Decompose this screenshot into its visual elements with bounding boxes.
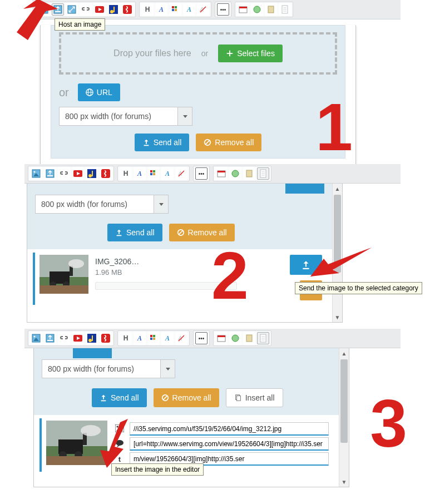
upload-icon xyxy=(115,229,123,236)
header-icon[interactable]: H xyxy=(120,332,132,344)
clear-format-icon[interactable]: A xyxy=(175,332,187,344)
font-size-icon[interactable]: A xyxy=(183,3,195,16)
header-icon[interactable]: H xyxy=(141,3,154,16)
globe-icon[interactable] xyxy=(229,167,241,180)
globe-icon[interactable] xyxy=(229,332,241,344)
color-grid-icon[interactable] xyxy=(147,167,160,180)
dailymotion-icon[interactable] xyxy=(107,3,120,16)
font-size-icon[interactable]: A xyxy=(161,332,174,344)
calendar-icon[interactable] xyxy=(215,167,228,180)
font-size-icon[interactable]: A xyxy=(161,167,174,180)
svg-marker-110 xyxy=(100,419,128,468)
calendar-icon[interactable] xyxy=(237,3,249,16)
host-image-icon[interactable] xyxy=(44,332,56,344)
copy-icon xyxy=(234,394,242,402)
svg-point-70 xyxy=(34,336,36,338)
file-row: IMG_3206… 1.96 MB xyxy=(33,253,327,305)
more-icon[interactable]: ••• xyxy=(195,332,207,344)
file-thumbnail xyxy=(39,255,88,294)
page-icon[interactable] xyxy=(257,167,269,180)
more-icon[interactable]: ••• xyxy=(217,3,229,16)
flash-icon[interactable] xyxy=(100,167,112,180)
more-icon[interactable]: ••• xyxy=(195,167,207,180)
scroll-up-icon[interactable]: ▲ xyxy=(339,348,349,358)
svg-rect-78 xyxy=(150,335,152,337)
link-icon[interactable] xyxy=(80,3,92,16)
insert-all-button[interactable]: Insert all xyxy=(226,388,283,407)
scroll-down-icon[interactable]: ▼ xyxy=(333,312,342,322)
svg-rect-73 xyxy=(47,340,53,341)
font-icon[interactable]: A xyxy=(134,167,146,180)
width-select-3[interactable]: 800 px width (for forums) xyxy=(42,359,175,378)
flash-icon[interactable] xyxy=(100,332,112,344)
svg-marker-92 xyxy=(166,368,170,370)
svg-rect-42 xyxy=(150,173,152,175)
youtube-icon[interactable] xyxy=(93,3,106,16)
bbcode-view-input[interactable] xyxy=(130,437,329,451)
svg-rect-77 xyxy=(101,334,110,343)
drop-zone[interactable]: Drop your files here or Select files xyxy=(59,32,337,75)
svg-rect-13 xyxy=(172,9,174,11)
send-all-button-2[interactable]: Send all xyxy=(107,224,162,241)
editor-toolbar: H A A A ••• xyxy=(32,0,401,19)
direct-link-input[interactable] xyxy=(130,422,329,436)
clear-format-icon[interactable]: A xyxy=(197,3,209,16)
color-grid-icon[interactable] xyxy=(147,332,160,344)
url-button[interactable]: URL xyxy=(78,83,120,101)
clear-format-icon[interactable]: A xyxy=(175,167,187,180)
paste-icon[interactable] xyxy=(243,167,255,180)
resize-image-icon[interactable] xyxy=(66,3,78,16)
tooltip-host-image: Host an image xyxy=(55,18,105,31)
scroll-down-icon[interactable]: ▼ xyxy=(339,477,349,487)
svg-rect-81 xyxy=(153,338,155,340)
remove-all-button-3[interactable]: Remove all xyxy=(154,388,219,407)
width-select[interactable]: 800 px width (for forums) xyxy=(59,107,192,126)
font-icon[interactable]: A xyxy=(155,3,167,16)
upload-icon xyxy=(100,394,107,402)
ban-icon xyxy=(161,394,169,402)
image-icon[interactable] xyxy=(30,167,42,180)
select-files-button[interactable]: Select files xyxy=(218,45,283,62)
width-select-value: 800 px width (for forums) xyxy=(60,112,177,121)
plus-icon xyxy=(226,50,234,57)
svg-line-30 xyxy=(206,141,210,145)
ban-icon xyxy=(177,229,185,236)
dailymotion-icon[interactable] xyxy=(86,332,98,344)
scroll-thumb[interactable] xyxy=(340,359,348,443)
calendar-icon[interactable] xyxy=(215,332,228,344)
drop-here-text: Drop your files here xyxy=(113,48,191,58)
youtube-icon[interactable] xyxy=(72,332,84,344)
paste-icon[interactable] xyxy=(265,3,277,16)
link-icon[interactable] xyxy=(58,167,70,180)
svg-point-32 xyxy=(34,171,36,173)
globe-icon-btn xyxy=(86,88,93,96)
send-all-button[interactable]: Send all xyxy=(135,134,190,151)
host-image-icon[interactable] xyxy=(44,167,56,180)
svg-rect-12 xyxy=(175,6,177,8)
send-all-button-3[interactable]: Send all xyxy=(92,388,147,407)
scroll-up-icon[interactable]: ▲ xyxy=(333,184,342,194)
ban-icon xyxy=(204,139,211,146)
page-icon[interactable] xyxy=(279,3,291,16)
red-arrow-2 xyxy=(310,248,372,282)
youtube-icon[interactable] xyxy=(72,167,84,180)
color-grid-icon[interactable] xyxy=(169,3,181,16)
page-icon[interactable] xyxy=(257,332,269,344)
remove-all-button[interactable]: Remove all xyxy=(196,134,261,151)
scrollbar-3[interactable]: ▲ ▼ xyxy=(339,348,349,487)
paste-icon[interactable] xyxy=(243,332,255,344)
width-select-2[interactable]: 800 px width (for forums) xyxy=(35,195,169,214)
dailymotion-icon[interactable] xyxy=(86,167,98,180)
header-icon[interactable]: H xyxy=(120,167,132,180)
flash-icon[interactable] xyxy=(121,3,134,16)
globe-icon[interactable] xyxy=(251,3,263,16)
step-number-1: 1 xyxy=(315,93,353,160)
font-icon[interactable]: A xyxy=(134,332,146,344)
link-icon[interactable] xyxy=(58,332,70,344)
chevron-down-icon xyxy=(154,195,168,213)
upload-icon xyxy=(142,139,150,146)
svg-rect-64 xyxy=(39,285,88,294)
svg-rect-35 xyxy=(47,175,53,176)
image-icon[interactable] xyxy=(30,332,42,344)
svg-marker-54 xyxy=(159,203,164,206)
